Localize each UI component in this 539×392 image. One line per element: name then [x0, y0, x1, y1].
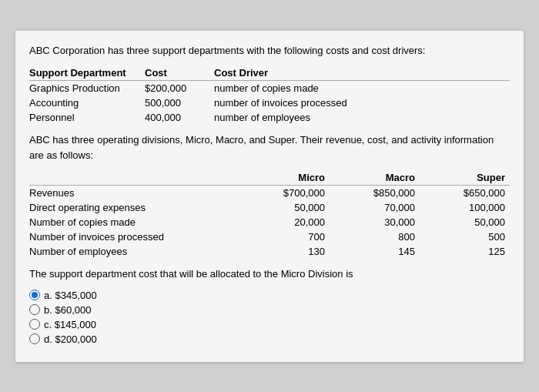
- options-list: a. $345,000b. $60,000c. $145,000d. $200,…: [29, 290, 510, 345]
- div-macro-3: 800: [330, 230, 420, 244]
- div-label-4: Number of employees: [29, 244, 239, 259]
- divisions-table: MicroMacroSuper Revenues$700,000$850,000…: [29, 170, 510, 259]
- support-cost-1: 500,000: [145, 95, 214, 110]
- intro-text: ABC Corporation has three support depart…: [29, 43, 510, 59]
- div-label-0: Revenues: [29, 186, 239, 201]
- div-label-2: Number of copies made: [29, 215, 239, 230]
- div-micro-4: 130: [239, 244, 330, 259]
- option-a[interactable]: a. $345,000: [29, 290, 510, 301]
- radio-b[interactable]: [29, 304, 40, 315]
- support-col-cost: Cost: [145, 65, 214, 81]
- div-micro-2: 20,000: [239, 215, 330, 230]
- support-dept-1: Accounting: [29, 95, 145, 110]
- div-col-1: Micro: [239, 170, 330, 186]
- radio-a[interactable]: [29, 290, 40, 300]
- div-micro-0: $700,000: [239, 186, 330, 201]
- support-table: Support Department Cost Cost Driver Grap…: [29, 65, 510, 125]
- option-label-a: a. $345,000: [44, 290, 97, 301]
- radio-inner-a: [32, 292, 38, 298]
- main-card: ABC Corporation has three support depart…: [15, 31, 524, 362]
- support-col-dept: Support Department: [29, 65, 145, 81]
- support-dept-2: Personnel: [29, 110, 145, 125]
- support-cost-0: $200,000: [145, 81, 214, 96]
- option-d[interactable]: d. $200,000: [29, 333, 510, 345]
- option-label-b: b. $60,000: [44, 304, 91, 316]
- option-b[interactable]: b. $60,000: [29, 304, 510, 316]
- div-super-2: 50,000: [420, 215, 510, 230]
- support-cost-2: 400,000: [145, 110, 214, 125]
- div-col-2: Macro: [330, 170, 420, 186]
- div-micro-3: 700: [239, 230, 330, 244]
- radio-c[interactable]: [29, 319, 40, 330]
- div-super-3: 500: [420, 230, 510, 244]
- question-text: The support department cost that will be…: [29, 266, 510, 282]
- div-micro-1: 50,000: [239, 200, 330, 215]
- radio-d[interactable]: [29, 333, 40, 344]
- support-driver-0: number of copies made: [214, 81, 510, 96]
- support-driver-2: number of employees: [214, 110, 510, 125]
- option-c[interactable]: c. $145,000: [29, 319, 510, 330]
- option-label-c: c. $145,000: [44, 319, 96, 330]
- div-macro-4: 145: [330, 244, 420, 259]
- support-col-driver: Cost Driver: [214, 65, 510, 81]
- div-col-3: Super: [420, 170, 510, 186]
- div-super-1: 100,000: [420, 200, 510, 215]
- div-macro-1: 70,000: [330, 200, 420, 215]
- div-label-1: Direct operating expenses: [29, 200, 239, 215]
- div-macro-2: 30,000: [330, 215, 420, 230]
- div-super-4: 125: [420, 244, 510, 259]
- div-macro-0: $850,000: [330, 186, 420, 201]
- second-text: ABC has three operating divisions, Micro…: [29, 132, 510, 162]
- option-label-d: d. $200,000: [44, 333, 97, 345]
- div-label-3: Number of invoices processed: [29, 230, 239, 244]
- support-dept-0: Graphics Production: [29, 81, 145, 96]
- support-driver-1: number of invoices processed: [214, 95, 510, 110]
- div-col-0: [29, 170, 239, 186]
- div-super-0: $650,000: [420, 186, 510, 201]
